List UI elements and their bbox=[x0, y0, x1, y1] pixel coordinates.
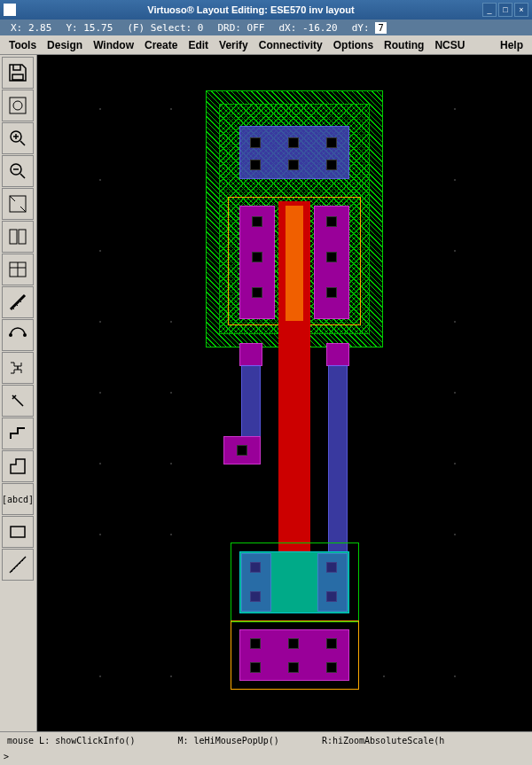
nmos-metal-right[interactable] bbox=[317, 553, 348, 612]
contact[interactable] bbox=[288, 638, 299, 649]
contact[interactable] bbox=[326, 137, 337, 148]
svg-point-1 bbox=[13, 101, 22, 110]
vertical-toolbar: [abcd] bbox=[0, 55, 37, 731]
svg-point-9 bbox=[23, 333, 27, 337]
menu-bar: Tools Design Window Create Edit Verify C… bbox=[0, 35, 532, 55]
rotate-button[interactable] bbox=[2, 385, 34, 417]
mouse-left-hint: mouse L: showClickInfo() bbox=[4, 736, 139, 745]
contact[interactable] bbox=[326, 638, 337, 649]
footer: mouse L: showClickInfo() M: leHiMousePop… bbox=[0, 731, 532, 764]
contact[interactable] bbox=[250, 638, 261, 649]
svg-rect-0 bbox=[10, 98, 26, 113]
pattern-button[interactable] bbox=[2, 352, 34, 384]
contact[interactable] bbox=[326, 287, 337, 298]
command-prompt[interactable]: > bbox=[0, 748, 532, 764]
contact[interactable] bbox=[326, 160, 337, 170]
fit-button[interactable] bbox=[2, 188, 34, 220]
window-title: Virtuoso® Layout Editing: ESE570 inv lay… bbox=[21, 4, 481, 15]
contact[interactable] bbox=[250, 160, 261, 170]
polygon-button[interactable] bbox=[2, 450, 34, 482]
delta-y: 7 bbox=[375, 22, 387, 34]
properties-button[interactable] bbox=[2, 221, 34, 253]
via-left[interactable] bbox=[239, 343, 262, 366]
contact[interactable] bbox=[250, 662, 261, 673]
coord-x: 2.85 bbox=[28, 22, 52, 34]
contact[interactable] bbox=[288, 137, 299, 148]
psub-tap[interactable] bbox=[239, 629, 349, 681]
contact[interactable] bbox=[326, 252, 337, 262]
mouse-right-hint: R:hiZoomAbsoluteScale(h bbox=[318, 736, 448, 745]
layout-canvas[interactable] bbox=[37, 55, 532, 731]
menu-create[interactable]: Create bbox=[139, 37, 183, 53]
menu-tools[interactable]: Tools bbox=[4, 37, 42, 53]
svg-rect-10 bbox=[11, 527, 25, 537]
contact[interactable] bbox=[288, 160, 299, 170]
app-icon bbox=[4, 4, 16, 16]
menu-window[interactable]: Window bbox=[88, 37, 139, 53]
contact[interactable] bbox=[237, 445, 247, 456]
svg-rect-6 bbox=[19, 230, 26, 244]
via-right[interactable] bbox=[326, 343, 349, 366]
zoom-out-button[interactable] bbox=[2, 155, 34, 187]
maximize-button[interactable]: □ bbox=[498, 3, 512, 17]
mouse-middle-hint: M: leHiMousePopUp() bbox=[175, 736, 283, 745]
contact[interactable] bbox=[250, 137, 261, 148]
rectangle-button[interactable] bbox=[2, 516, 34, 548]
menu-help[interactable]: Help bbox=[495, 37, 528, 53]
path-button[interactable] bbox=[2, 418, 34, 449]
measure-button[interactable] bbox=[2, 549, 34, 581]
menu-options[interactable]: Options bbox=[328, 37, 379, 53]
mouse-hints: mouse L: showClickInfo() M: leHiMousePop… bbox=[0, 732, 532, 748]
coordinate-bar: X: 2.85 Y: 15.75 (F) Select: 0 DRD: OFF … bbox=[0, 20, 532, 35]
contact[interactable] bbox=[252, 252, 262, 262]
contact[interactable] bbox=[288, 662, 299, 673]
window-titlebar: Virtuoso® Layout Editing: ESE570 inv lay… bbox=[0, 0, 532, 20]
menu-ncsu[interactable]: NCSU bbox=[429, 37, 470, 53]
zoom-in-button[interactable] bbox=[2, 122, 34, 154]
menu-verify[interactable]: Verify bbox=[214, 37, 254, 53]
poly-overlay[interactable] bbox=[286, 206, 303, 321]
menu-design[interactable]: Design bbox=[42, 37, 88, 53]
toggle-button[interactable] bbox=[2, 90, 34, 121]
menu-connectivity[interactable]: Connectivity bbox=[254, 37, 328, 53]
contact[interactable] bbox=[326, 662, 337, 673]
ruler-button[interactable] bbox=[2, 286, 34, 318]
menu-routing[interactable]: Routing bbox=[379, 37, 429, 53]
nmos-metal-left[interactable] bbox=[241, 553, 271, 612]
close-button[interactable]: × bbox=[514, 3, 528, 17]
delta-x: -16.20 bbox=[302, 22, 338, 34]
save-button[interactable] bbox=[2, 57, 34, 89]
svg-rect-5 bbox=[10, 230, 17, 244]
menu-edit[interactable]: Edit bbox=[183, 37, 214, 53]
hierarchy-button[interactable] bbox=[2, 254, 34, 285]
label-button[interactable]: [abcd] bbox=[2, 483, 34, 515]
instance-button[interactable] bbox=[2, 319, 34, 351]
minimize-button[interactable]: _ bbox=[482, 3, 497, 17]
svg-point-8 bbox=[9, 333, 12, 337]
contact[interactable] bbox=[252, 216, 262, 227]
contact[interactable] bbox=[252, 287, 262, 298]
select-count: 0 bbox=[198, 22, 204, 34]
vdd-tap-metal[interactable] bbox=[239, 126, 349, 179]
contact[interactable] bbox=[326, 216, 337, 227]
coord-y: 15.75 bbox=[83, 22, 113, 34]
drd-state: OFF bbox=[247, 22, 265, 34]
